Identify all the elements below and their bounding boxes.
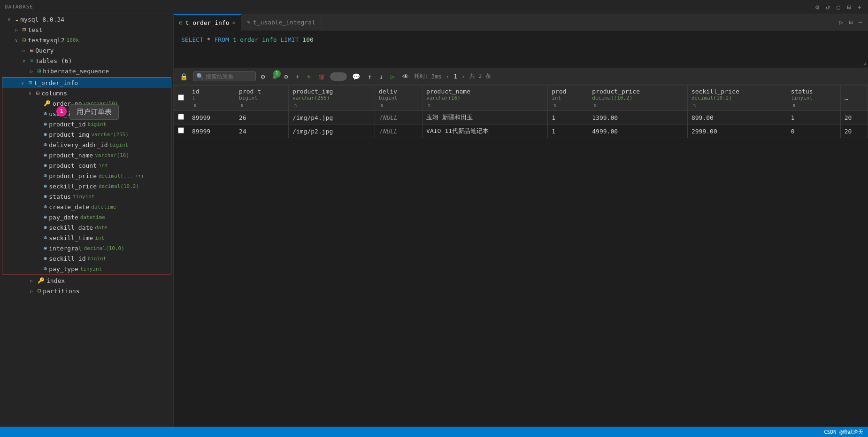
up-icon[interactable]: ↑: [138, 173, 141, 179]
lock-icon[interactable]: 🔒: [177, 72, 190, 81]
sort-icon: ⇅: [594, 102, 597, 108]
col-header-prod-int[interactable]: prodint ⇅: [548, 86, 588, 111]
sidebar-item-pay-type[interactable]: ⊕ pay_type tinyint: [2, 264, 171, 274]
play-icon[interactable]: ▷: [388, 72, 397, 81]
sidebar-label-t-order-info: t_order_info: [34, 79, 78, 86]
sidebar-item-seckill-id[interactable]: ⊕ seckill_id bigint: [2, 253, 171, 264]
col-header-product-img[interactable]: product_imgvarchar(255) ⇅: [289, 86, 375, 111]
sidebar-label-partitions: partitions: [43, 288, 79, 295]
cell-pname-1: 玉翊 新疆和田玉: [422, 111, 548, 125]
comment-icon[interactable]: 💬: [350, 72, 362, 81]
settings-result-icon[interactable]: ⚙: [259, 72, 267, 81]
circle-icon[interactable]: ○: [835, 2, 842, 12]
col-header-product-price[interactable]: product_pricedecimal(10,2) ⇅: [588, 86, 688, 111]
select-all-checkbox[interactable]: [178, 94, 184, 101]
tab-t-order-info[interactable]: ⊞ t_order_info ✕: [174, 14, 241, 31]
search-box[interactable]: 🔍: [193, 71, 256, 81]
add-row-icon[interactable]: +: [293, 72, 301, 81]
sidebar-item-product-count[interactable]: ⊕ product_count int: [2, 160, 171, 171]
email-badge: 1: [273, 70, 281, 78]
sidebar-item-delivery-addr-id[interactable]: ⊕ delivery_addr_id bigint: [2, 140, 171, 150]
sidebar-item-seckill-date[interactable]: ⊕ seckill_date date: [2, 222, 171, 233]
refresh-icon[interactable]: ↺: [824, 2, 831, 12]
sidebar-item-intergral[interactable]: ⊕ intergral decimal(10,0): [2, 243, 171, 253]
tables-icon: ≡: [30, 57, 33, 64]
split-icon[interactable]: ⊡: [847, 17, 854, 27]
cell-price-2: 4999.00: [588, 125, 688, 138]
cell-status-2: 0: [787, 125, 840, 138]
minus-icon[interactable]: ⊟: [845, 2, 853, 12]
table-tab-icon: ⊞: [179, 20, 183, 26]
row-checkbox[interactable]: [174, 111, 188, 125]
sidebar-item-status[interactable]: ⊕ status tinyint: [2, 191, 171, 202]
col-header-more[interactable]: …: [840, 86, 868, 111]
toggle-switch[interactable]: [330, 72, 347, 81]
down-arrow-icon[interactable]: ↓: [377, 72, 385, 81]
row-checkbox[interactable]: [174, 125, 188, 138]
sidebar-item-seckill-price[interactable]: ⊕ seckill_price decimal(10,2): [2, 181, 171, 191]
sidebar-item-testmysql2[interactable]: ∨ ⊟ testmysql2 160k: [0, 35, 173, 45]
sidebar-item-seckill-time[interactable]: ⊕ seckill_time int: [2, 233, 171, 243]
sidebar-item-tables[interactable]: ∨ ≡ Tables (6): [0, 55, 173, 66]
delete-icon[interactable]: 🗑: [316, 72, 327, 81]
tab-close-t-order-info[interactable]: ✕: [232, 20, 236, 26]
col-header-prod[interactable]: prod tbigint ⇅: [235, 86, 289, 111]
arrow-icon: ∨: [29, 91, 34, 96]
add-icon[interactable]: +: [856, 2, 863, 12]
sidebar-item-columns[interactable]: ∨ ⊟ columns: [2, 88, 171, 98]
tab-t-usable-integral[interactable]: ✎ t_usable_integral: [241, 14, 322, 31]
run-icon[interactable]: ▷: [837, 17, 845, 27]
sidebar-label-product-count: product_count: [49, 162, 97, 169]
timing-value: 3ms: [431, 73, 442, 80]
sidebar-item-pay-date[interactable]: ⊕ pay_date datetime: [2, 212, 171, 222]
sidebar-item-partitions[interactable]: ▷ ⊟ partitions: [0, 286, 173, 296]
sidebar-type-testmysql2: 160k: [67, 37, 79, 43]
sidebar-item-product-name[interactable]: ⊕ product_name varchar(16): [2, 150, 171, 160]
key-icon: 🔑: [38, 277, 45, 284]
col-header-product-name[interactable]: product_namevarchar(16) ⇅: [422, 86, 548, 111]
sidebar-label-index: index: [46, 277, 65, 284]
github-icon[interactable]: ⊙: [282, 72, 290, 81]
sidebar-item-query[interactable]: ▷ ⊟ Query: [0, 45, 173, 55]
next-page-btn[interactable]: ›: [460, 73, 467, 80]
sql-select-keyword: SELECT: [181, 36, 203, 43]
arrow-icon: ▷: [30, 69, 36, 74]
col-header-deliv[interactable]: delivbigint ⇅: [375, 86, 422, 111]
sidebar-item-t-order-info[interactable]: ∨ ⊞ t_order_info: [2, 78, 171, 88]
sidebar-item-hibernate[interactable]: ▷ ⊞ hibernate_sequence: [0, 66, 173, 76]
sidebar-item-product-img[interactable]: ⊕ product_img varchar(255): [2, 129, 171, 140]
add-col-icon[interactable]: +: [305, 72, 313, 81]
table-body: 89999 26 /img/p4.jpg (NULL 玉翊 新疆和田玉 1 13…: [174, 111, 868, 138]
sidebar-item-index[interactable]: ▷ 🔑 index: [0, 275, 173, 286]
sidebar-item-product-price[interactable]: ⊕ product_price decimal(... + ↑ ↓: [2, 171, 171, 181]
resize-handle-icon[interactable]: ◢: [863, 61, 866, 66]
sidebar-item-create-date[interactable]: ⊕ create_date datetime: [2, 202, 171, 212]
col-header-seckill-price[interactable]: seckill_pricedecimal(10,2) ⇅: [687, 86, 787, 111]
bottom-right-text: CSDN @暗武逢天: [824, 429, 863, 436]
sidebar-item-mysql[interactable]: ∨ ☁ mysql 8.0.34: [0, 14, 173, 24]
sort-icon: ⇅: [693, 102, 696, 108]
col-header-id[interactable]: idt ⇅: [188, 86, 235, 111]
sidebar-label-seckill-id: seckill_id: [49, 255, 85, 262]
row-select-checkbox[interactable]: [178, 114, 184, 120]
tab-actions: ▷ ⊡ ⋯: [837, 17, 868, 27]
up-arrow-icon[interactable]: ↑: [365, 72, 374, 81]
down-icon[interactable]: ↓: [141, 173, 144, 179]
settings-icon[interactable]: ⚙: [814, 2, 821, 12]
add-col-icon[interactable]: +: [135, 173, 138, 179]
row-select-checkbox[interactable]: [178, 127, 184, 133]
sidebar-item-test[interactable]: ▷ ⊟ test: [0, 24, 173, 35]
sidebar-item-product-id[interactable]: ⊕ product_id bigint: [2, 119, 171, 129]
more-icon[interactable]: ⋯: [857, 17, 864, 27]
cell-id-2: 89999: [188, 125, 235, 138]
col-header-status[interactable]: statustinyint ⇅: [787, 86, 840, 111]
sort-icon: ⇅: [294, 102, 297, 108]
sql-editor[interactable]: SELECT * FROM t_order_info LIMIT 100 ◢: [174, 31, 868, 68]
arrow-icon: ▷: [30, 278, 36, 283]
top-bar: DATABASE ⚙ ↺ ○ ⊟ +: [0, 0, 868, 14]
prev-page-btn[interactable]: ‹: [444, 73, 451, 80]
search-input[interactable]: [206, 73, 253, 80]
eye-icon[interactable]: 👁: [400, 72, 411, 81]
arrow-icon: ∨: [15, 38, 21, 43]
header-checkbox[interactable]: [174, 86, 188, 111]
